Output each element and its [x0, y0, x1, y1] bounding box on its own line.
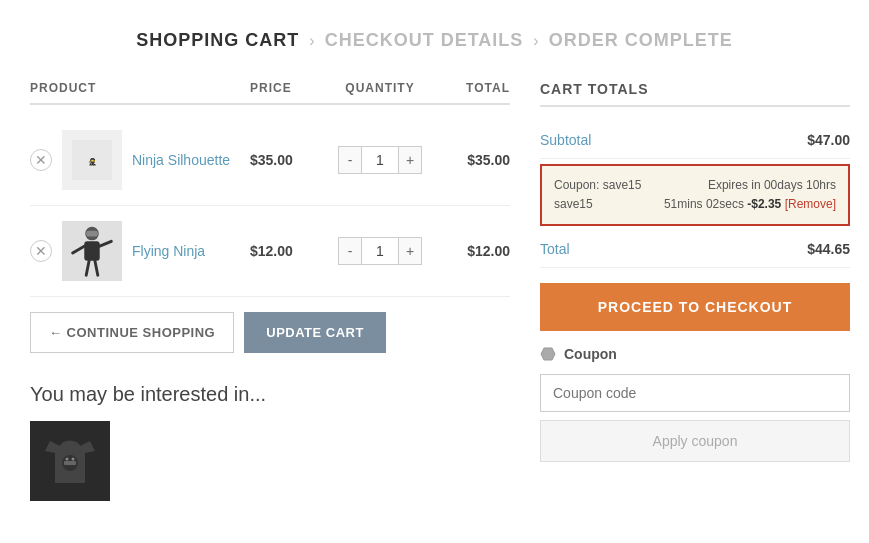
subtotal-value: $47.00: [807, 132, 850, 148]
coupon-left: Coupon: save15 save15: [554, 176, 641, 214]
product-total-1: $35.00: [430, 152, 510, 168]
col-header-quantity: QUANTITY: [330, 81, 430, 95]
product-price-2: $12.00: [250, 243, 330, 259]
breadcrumb-step-cart: SHOPPING CART: [136, 30, 299, 51]
coupon-expires: Expires in 00days 10hrs: [664, 176, 836, 195]
coupon-icon: [540, 346, 556, 362]
qty-increase-2[interactable]: +: [398, 237, 422, 265]
interested-title: You may be interested in...: [30, 383, 510, 406]
quantity-cell-2: - +: [330, 237, 430, 265]
breadcrumb-step-complete: ORDER COMPLETE: [549, 30, 733, 51]
interested-product-thumb[interactable]: [30, 421, 110, 501]
subtotal-label: Subtotal: [540, 132, 591, 148]
svg-point-14: [72, 458, 75, 461]
coupon-discount: -$2.35: [747, 197, 781, 211]
qty-increase-1[interactable]: +: [398, 146, 422, 174]
col-header-product: PRODUCT: [30, 81, 250, 95]
svg-rect-12: [64, 461, 76, 465]
svg-rect-4: [84, 241, 99, 260]
remove-item-2-btn[interactable]: ✕: [30, 240, 52, 262]
product-thumb-1: 🥷: [62, 130, 122, 190]
col-header-total: TOTAL: [430, 81, 510, 95]
cart-buttons: ← CONTINUE SHOPPING UPDATE CART: [30, 312, 510, 353]
coupon-section-title: Coupon: [540, 346, 850, 362]
breadcrumb-sep-2: ›: [533, 32, 538, 50]
qty-decrease-2[interactable]: -: [338, 237, 362, 265]
total-value: $44.65: [807, 241, 850, 257]
svg-rect-9: [86, 231, 98, 237]
total-label: Total: [540, 241, 570, 257]
quantity-cell-1: - +: [330, 146, 430, 174]
coupon-applied-box: Coupon: save15 save15 Expires in 00days …: [540, 164, 850, 226]
coupon-remove-link[interactable]: [Remove]: [785, 197, 836, 211]
svg-text:🥷: 🥷: [88, 157, 97, 166]
cart-totals-title: CART TOTALS: [540, 81, 850, 107]
product-thumb-2: [62, 221, 122, 281]
subtotal-row: Subtotal $47.00: [540, 122, 850, 159]
product-cell-2: ✕ Flying Ninja: [30, 221, 250, 281]
continue-shopping-btn[interactable]: ← CONTINUE SHOPPING: [30, 312, 234, 353]
product-name-1[interactable]: Ninja Silhouette: [132, 152, 230, 168]
col-header-price: PRICE: [250, 81, 330, 95]
coupon-label: Coupon: save15: [554, 176, 641, 195]
cart-section: PRODUCT PRICE QUANTITY TOTAL ✕ 🥷 Ninja S…: [30, 81, 510, 501]
cart-totals-section: CART TOTALS Subtotal $47.00 Coupon: save…: [540, 81, 850, 501]
coupon-code: save15: [603, 178, 642, 192]
cart-row: ✕ 🥷 Ninja Silhouette $35.00 - + $35.00: [30, 115, 510, 206]
total-row: Total $44.65: [540, 231, 850, 268]
coupon-name-display: save15: [554, 195, 641, 214]
remove-item-1-btn[interactable]: ✕: [30, 149, 52, 171]
update-cart-btn[interactable]: UPDATE CART: [244, 312, 386, 353]
breadcrumb-step-checkout: CHECKOUT DETAILS: [325, 30, 524, 51]
qty-input-2[interactable]: [362, 237, 398, 265]
coupon-time: 51mins 02secs -$2.35 [Remove]: [664, 195, 836, 214]
svg-point-13: [66, 458, 69, 461]
cart-header: PRODUCT PRICE QUANTITY TOTAL: [30, 81, 510, 105]
proceed-checkout-btn[interactable]: PROCEED TO CHECKOUT: [540, 283, 850, 331]
coupon-code-input[interactable]: [540, 374, 850, 412]
qty-decrease-1[interactable]: -: [338, 146, 362, 174]
qty-input-1[interactable]: [362, 146, 398, 174]
breadcrumb-sep-1: ›: [309, 32, 314, 50]
product-cell-1: ✕ 🥷 Ninja Silhouette: [30, 130, 250, 190]
product-name-2[interactable]: Flying Ninja: [132, 243, 205, 259]
apply-coupon-btn[interactable]: Apply coupon: [540, 420, 850, 462]
breadcrumb: SHOPPING CART › CHECKOUT DETAILS › ORDER…: [30, 20, 839, 51]
interested-section: You may be interested in...: [30, 383, 510, 501]
product-total-2: $12.00: [430, 243, 510, 259]
product-price-1: $35.00: [250, 152, 330, 168]
coupon-right: Expires in 00days 10hrs 51mins 02secs -$…: [664, 176, 836, 214]
cart-row-2: ✕ Flying Ninja $12.00: [30, 206, 510, 297]
